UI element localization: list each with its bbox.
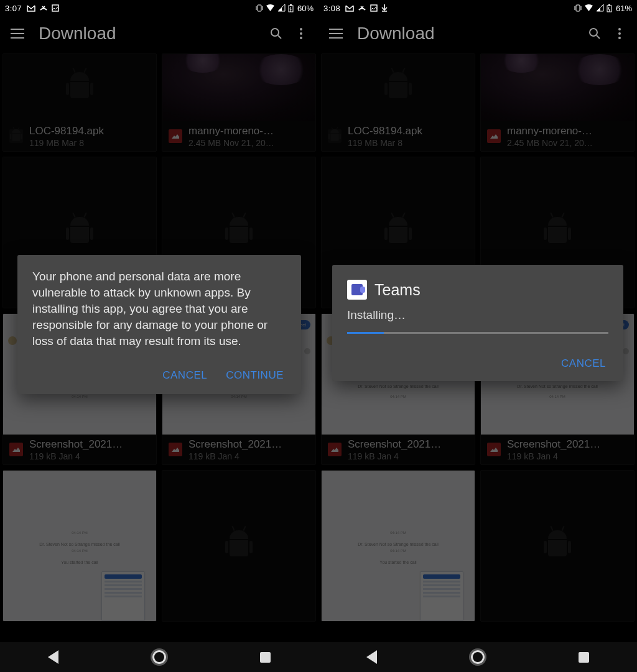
vibrate-icon (256, 4, 263, 12)
gmail-icon (27, 5, 35, 12)
search-icon[interactable] (264, 21, 289, 46)
page-title: Download (39, 24, 264, 44)
install-status: Installing… (332, 308, 623, 322)
cancel-button[interactable]: CANCEL (160, 364, 210, 387)
missed-call-icon (39, 5, 48, 12)
signal-icon (277, 4, 286, 12)
svg-point-12 (300, 32, 302, 35)
nav-back-button[interactable] (39, 643, 67, 671)
app-bar: Download (0, 16, 318, 51)
dialog-body: Your phone and personal data are more vu… (32, 269, 286, 349)
svg-point-11 (300, 28, 302, 30)
svg-point-25 (618, 28, 621, 30)
svg-line-24 (597, 35, 600, 39)
svg-rect-19 (608, 4, 610, 6)
wifi-icon (266, 4, 275, 12)
cancel-button[interactable]: CANCEL (559, 352, 608, 375)
nav-home-button[interactable] (464, 643, 491, 671)
image-notif-icon (370, 4, 378, 12)
svg-rect-15 (576, 5, 580, 11)
battery-percent: 61% (616, 4, 632, 13)
wifi-icon (584, 4, 593, 12)
more-icon[interactable] (607, 21, 632, 46)
signal-icon (596, 4, 604, 12)
continue-button[interactable]: CONTINUE (223, 364, 286, 387)
search-icon[interactable] (582, 21, 607, 46)
nav-back-button[interactable] (358, 643, 385, 671)
vibrate-icon (574, 4, 582, 12)
svg-rect-5 (290, 4, 292, 6)
status-clock: 3:08 (323, 4, 340, 13)
svg-point-27 (618, 37, 621, 39)
installing-dialog: Teams Installing… CANCEL (332, 265, 623, 381)
more-icon[interactable] (289, 21, 314, 46)
battery-percent: 60% (297, 4, 314, 13)
missed-call-icon (358, 5, 366, 12)
svg-point-13 (300, 37, 302, 39)
image-notif-icon (52, 4, 59, 12)
svg-rect-1 (258, 5, 261, 11)
hamburger-icon[interactable] (323, 21, 348, 46)
page-title: Download (357, 24, 582, 44)
app-bar: Download (318, 16, 637, 51)
status-clock: 3:07 (5, 4, 22, 13)
status-bar: 3:07 60% (0, 0, 318, 16)
svg-line-10 (278, 35, 281, 39)
teams-app-icon (347, 280, 367, 300)
nav-home-button[interactable] (146, 643, 173, 671)
battery-icon (607, 4, 612, 12)
phone-left: 3:07 60% Download LOC-98194.apk (0, 0, 318, 672)
gmail-icon (345, 5, 354, 12)
svg-point-9 (271, 29, 279, 36)
nav-recent-button[interactable] (570, 643, 598, 671)
install-progress (347, 332, 608, 334)
status-bar: 3:08 61% (318, 0, 637, 16)
navigation-bar (0, 642, 318, 672)
install-warning-dialog: Your phone and personal data are more vu… (17, 255, 301, 394)
navigation-bar (318, 642, 637, 672)
install-app-name: Teams (374, 281, 421, 299)
svg-point-23 (590, 29, 597, 36)
battery-icon (288, 4, 294, 12)
svg-point-26 (618, 32, 621, 35)
phone-right: 3:08 61% Download LOC-98194.apk (318, 0, 637, 672)
nav-recent-button[interactable] (252, 643, 279, 671)
hamburger-icon[interactable] (5, 21, 30, 46)
download-notif-icon (381, 4, 388, 12)
